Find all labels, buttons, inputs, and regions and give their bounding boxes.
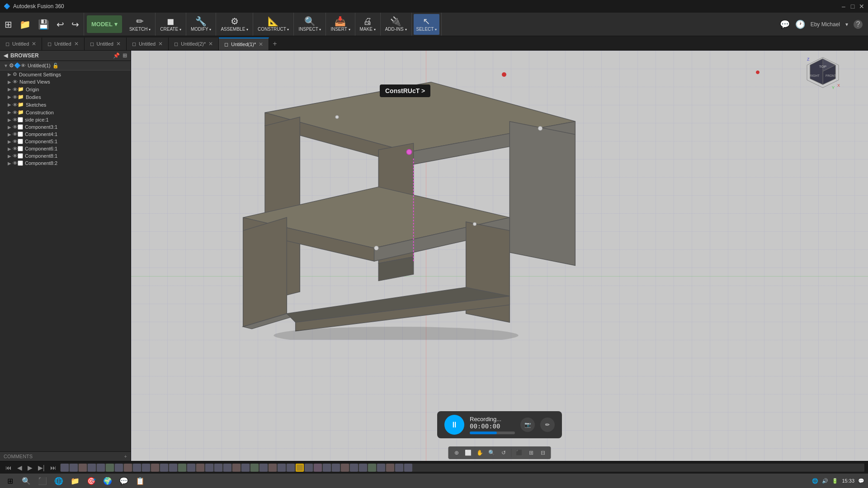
new-tab-button[interactable]: + [269,38,280,50]
tab-close[interactable]: ✕ [74,41,79,47]
tree-item-named-views[interactable]: ▶ 👁 Named Views [0,78,131,85]
timeline-item[interactable] [61,464,69,472]
timeline-item[interactable] [232,464,241,472]
orbit-button[interactable]: ↺ [498,448,509,458]
visibility-checkbox[interactable] [18,131,23,137]
tree-item-comp8-2[interactable]: ▶ 👁 Component8:2 [0,160,131,167]
box-select-button[interactable]: ⬜ [463,448,474,458]
browser-expand-icon[interactable]: ⊞ [123,52,127,59]
tab-untitled-1[interactable]: ◻ Untitled ✕ [0,38,42,50]
file-button[interactable]: 📁 [17,14,33,35]
timeline-item[interactable] [332,464,340,472]
timeline-item[interactable] [395,464,403,472]
timeline-item[interactable] [404,464,412,472]
tree-item-comp6[interactable]: ▶ 👁 Component6:1 [0,145,131,152]
tab-close[interactable]: ✕ [32,41,36,47]
recording-camera-button[interactable]: 📷 [520,418,535,432]
timeline-prev-button[interactable]: ◀ [15,463,24,472]
expand-icon[interactable]: ▶ [6,117,13,122]
timeline-item[interactable] [386,464,394,472]
view-select-button[interactable]: ⬛ [514,448,525,458]
tree-item-sketches[interactable]: ▶ 👁 📁 Sketches [0,101,131,108]
inspect-button[interactable]: 🔍 INSPECT ▾ [296,14,324,35]
timeline-item[interactable] [115,464,123,472]
timeline-item[interactable] [106,464,114,472]
browser-pin-icon[interactable]: 📌 [113,52,120,59]
help-icon[interactable]: ? [854,20,863,29]
select-button[interactable]: ↖ SELECT ▾ [414,14,440,35]
minimize-button[interactable]: – [841,4,846,9]
visibility-checkbox[interactable] [18,139,23,144]
viewcube[interactable]: TOP FRONT RIGHT X Y Z [805,55,841,91]
timeline-item[interactable] [97,464,105,472]
display-button[interactable]: ⊞ [526,448,537,458]
addins-button[interactable]: 🔌 ADD-INS ▾ [382,14,410,35]
taskbar-search-button[interactable]: 🔍 [20,474,33,487]
expand-icon[interactable]: ▶ [6,72,13,77]
tree-item-comp8-1[interactable]: ▶ 👁 Component8:1 [0,152,131,160]
taskbar-volume-icon[interactable]: 🔊 [822,478,828,484]
timeline-item[interactable] [124,464,132,472]
expand-icon[interactable]: ▶ [6,102,13,107]
chat-icon[interactable]: 💬 [780,19,790,29]
modify-button[interactable]: 🔧 MODIFY ▾ [188,14,214,35]
tab-untitled-2[interactable]: ◻ Untitled ✕ [42,38,84,50]
timeline-item[interactable] [287,464,295,472]
timeline-play-button[interactable]: ▶ [26,463,34,472]
root-lock-icon[interactable]: 🔓 [52,63,59,69]
tab-untitled-2star[interactable]: ◻ Untitled(2)* ✕ [169,38,219,50]
tree-item-bodies[interactable]: ▶ 👁 📁 Bodies [0,93,131,101]
sketch-button[interactable]: ✏ SKETCH ▾ [127,14,153,35]
timeline-item[interactable] [259,464,268,472]
make-button[interactable]: 🖨 MAKE ▾ [357,14,378,35]
timeline-item[interactable] [79,464,87,472]
browser-back-icon[interactable]: ◀ [4,52,8,59]
timeline-item[interactable] [169,464,177,472]
taskbar-network-icon[interactable]: 🌐 [812,478,818,484]
expand-icon[interactable]: ▶ [6,146,13,151]
taskbar-app4[interactable]: 📋 [134,474,146,487]
assemble-button[interactable]: ⚙ ASSEMBLE ▾ [218,14,251,35]
expand-icon[interactable]: ▶ [6,110,13,115]
timeline-item[interactable] [269,464,277,472]
tree-item-doc-settings[interactable]: ▶ ⚙ Document Settings [0,70,131,78]
expand-icon[interactable]: ▶ [6,125,13,130]
timeline-item[interactable] [377,464,385,472]
timeline-item[interactable] [160,464,168,472]
timeline-end-button[interactable]: ⏭ [48,463,58,472]
tree-item-construction[interactable]: ▶ 👁 📁 Construction [0,108,131,116]
clock-icon[interactable]: 🕐 [795,19,805,29]
timeline-item[interactable] [350,464,358,472]
timeline-item[interactable] [368,464,376,472]
taskbar-app3[interactable]: 💬 [118,474,130,487]
user-arrow[interactable]: ▾ [845,21,848,28]
timeline-next-button[interactable]: ▶| [36,463,47,472]
tab-close[interactable]: ✕ [158,41,163,47]
root-expand[interactable]: ▼ [3,63,9,68]
undo-button[interactable]: ↩ [54,14,67,35]
tab-untitled-4[interactable]: ◻ Untitled ✕ [127,38,169,50]
timeline-item[interactable] [70,464,78,472]
visibility-checkbox[interactable] [18,146,23,151]
timeline-item[interactable] [296,464,304,472]
timeline-item[interactable] [323,464,331,472]
pan-button[interactable]: ✋ [475,448,486,458]
tab-close[interactable]: ✕ [259,41,263,47]
visibility-checkbox[interactable] [18,117,23,122]
timeline-item[interactable] [187,464,195,472]
zoom-button[interactable]: 🔍 [486,448,497,458]
taskbar-browser[interactable]: 🌐 [52,474,65,487]
recording-pause-button[interactable]: ⏸ [444,415,464,435]
timeline-item[interactable] [278,464,286,472]
tree-root[interactable]: ▼ ⚙ 🔷 👁 Untitled(1) 🔓 [0,61,131,70]
timeline-item[interactable] [196,464,204,472]
windows-start-button[interactable]: ⊞ [4,474,16,487]
timeline-item[interactable] [214,464,222,472]
timeline-item[interactable] [151,464,159,472]
redo-button[interactable]: ↪ [69,14,82,35]
taskbar-battery-icon[interactable]: 🔋 [832,478,838,484]
expand-icon[interactable]: ▶ [6,94,13,99]
taskbar-app2[interactable]: 🌍 [101,474,114,487]
grid-apps-button[interactable]: ⊞ [2,14,15,35]
tab-close[interactable]: ✕ [208,41,213,47]
